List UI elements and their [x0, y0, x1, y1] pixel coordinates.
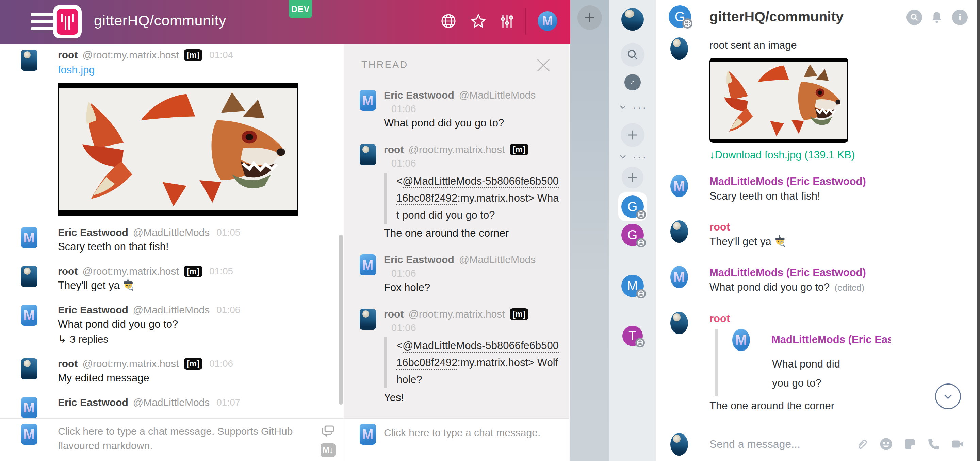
timestamp: 01:06	[384, 156, 555, 170]
user-handle: @root:my.matrix.host	[408, 144, 504, 155]
avatar[interactable]	[670, 37, 688, 60]
room-item[interactable]: G	[621, 224, 644, 246]
timeline: root sent an image ↓Download fosh.jpg (1…	[656, 34, 977, 429]
add-space-icon[interactable]	[578, 5, 602, 30]
message-text: What pond did you go to?	[710, 281, 830, 293]
username[interactable]: root	[710, 312, 964, 325]
username[interactable]: root	[58, 358, 78, 369]
video-call-icon[interactable]	[950, 437, 965, 451]
matrix-badge: [m]	[510, 308, 528, 320]
settings-sliders-icon[interactable]	[499, 13, 515, 29]
reply-arrow-icon: ↳	[58, 334, 66, 345]
globe-badge-icon	[635, 338, 645, 347]
room-item-selected[interactable]: G	[618, 192, 647, 221]
avatar[interactable]	[21, 50, 37, 71]
chevron-down-icon	[617, 152, 628, 162]
collapse-section-control[interactable]: ···	[617, 102, 647, 112]
add-room-icon[interactable]	[622, 166, 643, 189]
room-item[interactable]: M	[621, 275, 644, 297]
attachment-link[interactable]: fosh.jpg	[58, 62, 334, 78]
timestamp: 01:06	[384, 321, 555, 334]
message-text: Scary teeth on that fish!	[58, 239, 334, 254]
username[interactable]: Eric Eastwood	[58, 397, 128, 408]
avatar	[670, 433, 688, 456]
globe-badge-icon	[636, 238, 646, 247]
avatar[interactable]	[360, 309, 376, 330]
avatar[interactable]: M	[21, 227, 37, 248]
quoted-reply: <@MadLittleMods-5b8066fe6b50016bc08f2492…	[384, 173, 561, 224]
gitter-window: gitterHQ/community DEV M	[0, 0, 570, 461]
overflow-dots-icon: ···	[633, 104, 647, 111]
chat-message: M Eric Eastwood @MadLittleMods 01:06 Wha…	[0, 303, 344, 347]
username[interactable]: MadLittleMods (Eric Eastwood)	[710, 266, 964, 279]
notifications-bell-icon[interactable]	[929, 10, 945, 25]
message-text: What pond did you go to?	[58, 317, 334, 332]
emoji-icon[interactable]	[878, 437, 894, 451]
chat-input[interactable]: Click here to type a chat message. Suppo…	[58, 424, 306, 453]
collapse-section-control[interactable]: ···	[617, 152, 647, 162]
username[interactable]: root	[384, 308, 404, 320]
username[interactable]: root	[58, 49, 78, 61]
timestamp: 01:06	[384, 266, 555, 280]
avatar[interactable]: M	[670, 175, 688, 197]
quoted-username: MadLittleMods (Eric Eastwood)	[772, 334, 891, 346]
markdown-icon[interactable]: M↓	[321, 443, 336, 457]
close-icon[interactable]	[535, 56, 552, 74]
quoted-text: What pond did you go to?	[772, 355, 850, 393]
username[interactable]: root	[384, 144, 404, 155]
globe-badge-icon	[636, 289, 646, 298]
thread-input[interactable]: Click here to type a chat message.	[384, 427, 540, 439]
explore-compass-icon[interactable]	[624, 74, 641, 90]
message-input[interactable]: Send a message...	[710, 438, 800, 450]
message-text: What pond did you go to?	[384, 116, 555, 131]
avatar[interactable]	[670, 220, 688, 243]
image-attachment[interactable]	[710, 58, 848, 143]
gitter-logo-icon[interactable]	[53, 5, 82, 38]
username[interactable]: MadLittleMods (Eric Eastwood)	[710, 175, 964, 189]
sticker-icon[interactable]	[902, 437, 917, 451]
avatar[interactable]: M	[670, 266, 688, 288]
star-icon[interactable]	[470, 13, 487, 29]
avatar[interactable]	[360, 144, 376, 165]
add-room-icon[interactable]	[620, 123, 644, 147]
info-icon[interactable]: i	[952, 10, 968, 25]
timestamp: 01:06	[209, 358, 233, 369]
voice-call-icon[interactable]	[926, 437, 941, 451]
search-icon[interactable]	[620, 43, 644, 67]
username[interactable]: Eric Eastwood	[58, 227, 128, 238]
hydrogen-sidebar: ··· ··· G G M T	[609, 0, 656, 461]
chat-mode-icon[interactable]	[321, 424, 335, 439]
chat-message: root @root:my.matrix.host [m] 01:04 fosh…	[0, 48, 344, 215]
attach-paperclip-icon[interactable]	[855, 437, 870, 451]
jump-to-bottom-button[interactable]	[935, 383, 961, 409]
thread-message-list: M Eric Eastwood @MadLittleMods 01:06 Wha…	[344, 89, 569, 418]
scrollbar[interactable]	[339, 234, 343, 405]
room-avatar[interactable]: G	[669, 5, 691, 28]
username[interactable]: Eric Eastwood	[58, 304, 128, 316]
avatar[interactable]: M	[21, 305, 37, 326]
avatar[interactable]	[670, 312, 688, 334]
timestamp: 01:06	[384, 102, 555, 116]
current-user-avatar[interactable]: M	[538, 11, 557, 31]
avatar[interactable]	[21, 266, 37, 287]
username[interactable]: Eric Eastwood	[384, 89, 454, 101]
thread-replies-link[interactable]: ↳3 replies	[58, 332, 334, 347]
thread-message: M Eric Eastwood @MadLittleMods 01:06 Fox…	[344, 253, 569, 295]
quoted-reply[interactable]: M MadLittleMods (Eric Eastwood) What pon…	[714, 329, 964, 396]
search-icon[interactable]	[907, 10, 922, 25]
username[interactable]: root	[58, 266, 78, 277]
avatar[interactable]: M	[360, 90, 376, 111]
room-item[interactable]: T	[622, 326, 643, 346]
image-attachment[interactable]	[58, 83, 298, 215]
download-link[interactable]: ↓Download fosh.jpg (139.1 KB)	[710, 147, 964, 163]
message-text: The one around the corner	[710, 398, 964, 414]
avatar[interactable]: M	[21, 397, 37, 418]
username[interactable]: root	[710, 220, 964, 234]
window-edge	[977, 0, 980, 461]
user-avatar[interactable]	[621, 8, 644, 31]
username[interactable]: Eric Eastwood	[384, 254, 454, 266]
message-text: They'll get ya	[58, 279, 120, 291]
avatar[interactable]	[21, 358, 37, 379]
globe-icon[interactable]	[440, 13, 457, 29]
avatar[interactable]: M	[360, 254, 376, 276]
